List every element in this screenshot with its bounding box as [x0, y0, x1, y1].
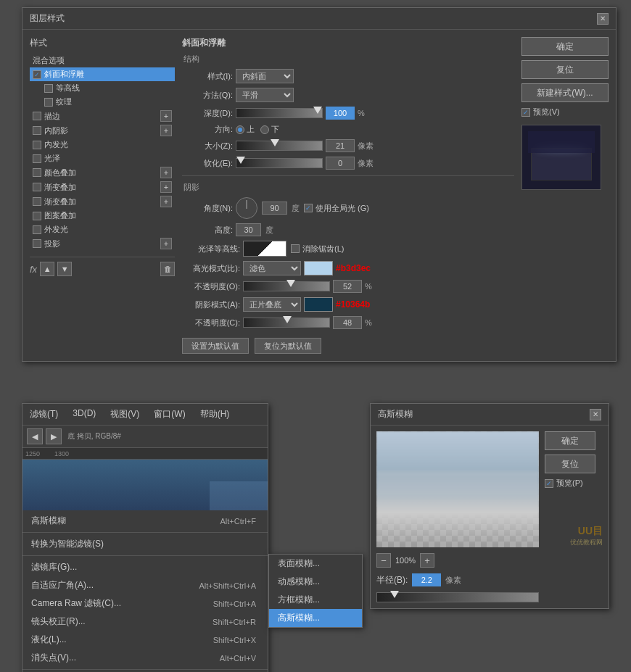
menu-item-convert-smart[interactable]: 转换为智能滤镜(S): [22, 535, 268, 553]
stroke-checkbox[interactable]: [33, 112, 41, 120]
shadow-color-swatch[interactable]: [304, 297, 333, 312]
angle-input[interactable]: [262, 202, 287, 215]
style-item-bevel[interactable]: 斜面和浮雕: [30, 67, 175, 81]
depth-slider[interactable]: [236, 108, 323, 118]
method-dropdown[interactable]: 平滑: [236, 88, 294, 102]
size-input[interactable]: [326, 139, 355, 152]
style-item-inner-shadow[interactable]: 内阴影 +: [30, 123, 175, 138]
menu-item-camera-raw[interactable]: Camera Raw 滤镜(C)... Shift+Ctrl+A: [22, 594, 268, 613]
gaussian-preview-checkbox-container[interactable]: 预览(P): [545, 478, 603, 489]
delete-button[interactable]: 🗑: [160, 262, 175, 276]
direction-down-radio[interactable]: 下: [260, 124, 279, 135]
highlight-color-swatch[interactable]: [304, 261, 333, 275]
reset-default-button[interactable]: 复位为默认值: [255, 338, 321, 354]
menu-item-filter-library[interactable]: 滤镜库(G)...: [22, 558, 268, 576]
menu-bar-3d[interactable]: 3D(D): [70, 407, 99, 422]
confirm-button[interactable]: 确定: [521, 37, 609, 56]
menu-item-lens-correction[interactable]: 镜头校正(R)... Shift+Ctrl+R: [22, 613, 268, 631]
style-item-gradient-overlay1[interactable]: 渐变叠加 +: [30, 180, 175, 194]
style-item-stroke[interactable]: 描边 +: [30, 109, 175, 123]
menu-item-vanishing-point[interactable]: 消失点(V)... Alt+Ctrl+V: [22, 649, 268, 667]
color-overlay-checkbox[interactable]: [33, 168, 41, 177]
submenu-gaussian-blur[interactable]: 高斯模糊...: [269, 609, 362, 627]
style-item-outer-glow[interactable]: 外发光: [30, 223, 175, 236]
soften-slider[interactable]: [236, 158, 323, 168]
menu-item-gaussian-blur-label: 高斯模糊: [31, 515, 66, 527]
mixed-options-item[interactable]: 混合选项: [30, 54, 175, 67]
radius-input[interactable]: [412, 573, 441, 586]
gaussian-preview-checkbox[interactable]: [545, 479, 553, 488]
drop-shadow-checkbox[interactable]: [33, 239, 41, 248]
altitude-input[interactable]: [236, 223, 261, 236]
bevel-checkbox[interactable]: [33, 70, 41, 79]
highlight-mode-dropdown[interactable]: 滤色: [243, 261, 301, 275]
gradient-overlay2-checkbox[interactable]: [33, 197, 41, 206]
gradient-overlay2-plus-button[interactable]: +: [160, 196, 172, 207]
soften-input[interactable]: [326, 157, 355, 170]
stroke-plus-button[interactable]: +: [160, 110, 172, 122]
style-item-color-overlay[interactable]: 颜色叠加 +: [30, 165, 175, 180]
set-default-button[interactable]: 设置为默认值: [182, 338, 249, 354]
style-item-texture[interactable]: 纹理: [30, 95, 175, 109]
style-item-pattern-overlay[interactable]: 图案叠加: [30, 209, 175, 223]
inner-glow-checkbox[interactable]: [33, 141, 41, 149]
gaussian-reset-button[interactable]: 复位: [545, 455, 595, 473]
move-up-button[interactable]: ▲: [40, 262, 54, 276]
move-down-button[interactable]: ▼: [57, 262, 72, 276]
shadow-opacity-slider[interactable]: [243, 318, 330, 328]
style-item-satin[interactable]: 光泽: [30, 152, 175, 165]
reset-button[interactable]: 复位: [521, 60, 609, 79]
menu-bar-help[interactable]: 帮助(H): [197, 407, 233, 422]
drop-shadow-plus-button[interactable]: +: [160, 238, 172, 249]
style-item-drop-shadow[interactable]: 投影 +: [30, 236, 175, 251]
global-light-checkbox-container[interactable]: 使用全局光 (G): [304, 203, 369, 214]
angle-dial[interactable]: [236, 197, 257, 219]
color-overlay-plus-button[interactable]: +: [160, 167, 172, 178]
texture-checkbox[interactable]: [44, 98, 53, 107]
inner-shadow-plus-button[interactable]: +: [160, 125, 172, 136]
menu-item-adaptive-wide[interactable]: 自适应广角(A)... Alt+Shift+Ctrl+A: [22, 576, 268, 594]
preview-checkbox-container[interactable]: 预览(V): [521, 107, 609, 117]
style-item-inner-glow[interactable]: 内发光: [30, 138, 175, 152]
toolbar-back-button[interactable]: ◀: [27, 428, 43, 444]
shadow-mode-dropdown[interactable]: 正片叠底: [243, 297, 301, 312]
submenu-box-blur[interactable]: 方框模糊...: [269, 591, 362, 609]
direction-up-radio[interactable]: 上: [236, 124, 255, 135]
zoom-out-button[interactable]: −: [376, 553, 391, 568]
gradient-overlay1-plus-button[interactable]: +: [160, 181, 172, 193]
submenu-motion-blur[interactable]: 动感模糊...: [269, 573, 362, 591]
menu-item-gaussian-blur[interactable]: 高斯模糊 Alt+Ctrl+F: [22, 512, 268, 530]
menu-bar-filter[interactable]: 滤镜(T): [27, 407, 61, 422]
thumbnail-area: [22, 460, 268, 510]
depth-input[interactable]: [326, 107, 355, 120]
pattern-overlay-checkbox[interactable]: [33, 212, 41, 220]
layer-style-close-button[interactable]: ✕: [597, 13, 609, 25]
highlight-opacity-input[interactable]: [333, 280, 362, 293]
global-light-checkbox[interactable]: [304, 204, 313, 212]
new-style-button[interactable]: 新建样式(W)...: [521, 83, 609, 102]
gradient-overlay1-checkbox[interactable]: [33, 183, 41, 191]
satin-checkbox[interactable]: [33, 154, 41, 163]
gaussian-close-button[interactable]: ✕: [590, 409, 601, 420]
zoom-in-button[interactable]: +: [420, 553, 434, 568]
style-dropdown[interactable]: 内斜面: [236, 69, 294, 83]
anti-alias-container[interactable]: 消除锯齿(L): [291, 244, 344, 254]
menu-item-liquify[interactable]: 液化(L)... Shift+Ctrl+X: [22, 631, 268, 649]
menu-bar-view[interactable]: 视图(V): [107, 407, 142, 422]
inner-shadow-checkbox[interactable]: [33, 126, 41, 135]
outer-glow-checkbox[interactable]: [33, 225, 41, 234]
menu-bar-window[interactable]: 窗口(W): [151, 407, 188, 422]
style-item-contour[interactable]: 等高线: [30, 81, 175, 95]
gaussian-confirm-button[interactable]: 确定: [545, 431, 595, 450]
radius-slider[interactable]: [376, 592, 539, 602]
anti-alias-checkbox[interactable]: [291, 244, 300, 253]
toolbar-forward-button[interactable]: ▶: [46, 428, 62, 444]
gloss-swatch[interactable]: [243, 241, 286, 257]
style-item-gradient-overlay2[interactable]: 渐变叠加 +: [30, 194, 175, 209]
preview-checkbox[interactable]: [521, 108, 530, 117]
contour-checkbox[interactable]: [44, 84, 53, 93]
highlight-opacity-slider[interactable]: [243, 281, 330, 291]
size-slider[interactable]: [236, 141, 323, 151]
shadow-opacity-input[interactable]: [333, 316, 362, 329]
submenu-surface-blur[interactable]: 表面模糊...: [269, 555, 362, 573]
